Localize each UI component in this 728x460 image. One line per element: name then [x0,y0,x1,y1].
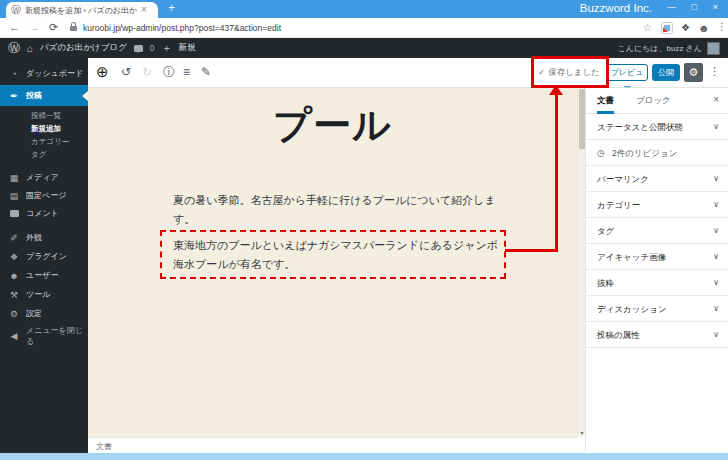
sidebar-subitem-add-new[interactable]: 新規追加 [0,122,88,135]
window-maximize-button[interactable]: □ [692,2,697,12]
chevron-down-icon: ∨ [713,218,719,244]
comments-bubble-icon[interactable] [134,45,143,52]
browser-window: Ⓦ 新規投稿を追加 ‹ バズのお出かけブ × + Buzzword Inc. —… [0,0,728,460]
preview-button[interactable]: プレビュー [606,64,648,81]
browser-titlebar: Ⓦ 新規投稿を追加 ‹ バズのお出かけブ × + Buzzword Inc. —… [0,0,728,18]
forward-icon[interactable]: → [29,21,40,33]
wordpress-favicon-icon: Ⓦ [11,5,21,15]
sidebar-item-users[interactable]: ☻ ユーザー [0,266,88,285]
sidebar-item-plugins[interactable]: ❖ プラグイン [0,247,88,266]
browser-menu-icon[interactable]: ⋮ [717,21,727,32]
more-options-icon[interactable]: ⋮ [709,65,720,78]
sidebar-item-settings[interactable]: ⚙ 設定 [0,304,88,323]
avatar[interactable] [707,42,720,55]
extension-icon[interactable]: ❖ [681,22,690,33]
user-greeting[interactable]: こんにちは、buzz さん [618,43,702,54]
settings-gear-button[interactable]: ⚙ [684,63,703,82]
sidebar-item-label: メディア [26,172,59,183]
sidebar-item-dashboard[interactable]: ◔ ダッシュボード [0,64,88,83]
pages-icon: ▤ [8,191,20,201]
clock-icon: ◷ [597,140,605,166]
block-inserter-icon[interactable]: ⊕ [96,64,109,79]
panel-section-label: ステータスと公開状態 [597,114,683,140]
panel-section-categories[interactable]: カテゴリー ∨ [586,192,728,218]
sidebar-item-label: コメント [26,208,59,219]
window-title: Buzzword Inc. [580,2,652,14]
comments-count[interactable]: 0 [150,43,155,53]
new-tab-button[interactable]: + [168,1,175,15]
panel-section-post-attributes[interactable]: 投稿の属性 ∨ [586,322,728,348]
panel-section-label: 投稿の属性 [597,322,640,348]
chevron-down-icon: ∨ [713,166,719,192]
annotation-box-saved [531,56,609,88]
panel-section-label: タグ [597,218,614,244]
close-settings-icon[interactable]: × [713,94,719,105]
panel-section-excerpt[interactable]: 抜粋 ∨ [586,270,728,296]
sidebar-item-tools[interactable]: ⚒ ツール [0,285,88,304]
chevron-down-icon: ∨ [713,192,719,218]
reload-icon[interactable]: ⟳ [49,21,58,34]
edit-mode-icon[interactable]: ✎ [201,66,211,78]
tab-block[interactable]: ブロック [636,88,671,114]
wp-admin-bar: Ⓦ ⌂ バズのお出かけブログ 0 ＋ 新規 こんにちは、buzz さん [0,38,728,58]
annotation-arrow-line-horizontal [505,249,558,252]
browser-profile-icon[interactable]: ☻ [698,22,710,34]
window-close-button[interactable]: × [713,2,718,12]
content-info-icon[interactable]: ⓘ [163,66,175,78]
panel-section-status[interactable]: ステータスと公開状態 ∨ [586,114,728,140]
browser-tab[interactable]: Ⓦ 新規投稿を追加 ‹ バズのお出かけブ × [6,2,158,18]
chevron-down-icon: ∨ [713,114,719,140]
address-bar[interactable]: kuroobi.jp/wp-admin/post.php?post=437&ac… [83,23,281,33]
panel-section-label: 抜粋 [597,270,614,296]
window-minimize-button[interactable]: — [667,2,676,12]
sidebar-subitem-all-posts[interactable]: 投稿一覧 [0,109,88,122]
undo-icon[interactable]: ↺ [121,66,131,78]
new-content-link[interactable]: 新規 [179,42,196,54]
block-navigation-icon[interactable]: ≡ [183,66,190,78]
sidebar-subitem-categories[interactable]: カテゴリー [0,135,88,148]
annotation-arrow-head [549,85,563,95]
redo-icon[interactable]: ↻ [142,66,152,78]
sidebar-item-collapse-menu[interactable]: ◀ メニューを閉じる [0,326,88,345]
sidebar-subitem-tags[interactable]: タグ [0,148,88,161]
site-name-link[interactable]: バズのお出かけブログ [40,42,127,54]
annotation-dashed-box [160,230,506,279]
tab-close-icon[interactable]: × [141,5,147,15]
sidebar-item-media[interactable]: ▦ メディア [0,168,88,187]
bookmark-star-icon[interactable]: ☆ [643,22,652,33]
paragraph-block[interactable]: 夏の暑い季節。名古屋から手軽に行けるプールについて紹介しま す。 [173,191,496,229]
publish-button[interactable]: 公開 [652,64,680,81]
sidebar-item-appearance[interactable]: ✐ 外観 [0,228,88,247]
panel-section-permalink[interactable]: パーマリンク ∨ [586,166,728,192]
media-icon: ▦ [8,173,20,183]
panel-section-revisions[interactable]: ◷ 2件のリビジョン [586,140,728,166]
settings-icon: ⚙ [8,309,20,319]
sidebar-item-posts[interactable]: ✒ 投稿 [0,85,88,106]
panel-section-featured-image[interactable]: アイキャッチ画像 ∨ [586,244,728,270]
post-title[interactable]: プール [88,100,577,151]
back-icon[interactable]: ← [9,21,20,33]
paragraph-line: 夏の暑い季節。名古屋から手軽に行けるプールについて紹介しま [173,191,496,210]
sidebar-item-label: プラグイン [26,251,67,262]
tab-document[interactable]: 文書 [597,88,614,114]
sidebar-item-label: ダッシュボード [26,68,83,79]
sidebar-item-label: 固定ページ [26,190,66,201]
wordpress-logo-icon[interactable]: Ⓦ [8,40,20,57]
sidebar-item-label: 設定 [26,308,42,319]
panel-section-tags[interactable]: タグ ∨ [586,218,728,244]
sidebar-item-label: ツール [26,289,50,300]
panel-section-discussion[interactable]: ディスカッション ∨ [586,296,728,322]
breadcrumb[interactable]: 文書 [96,441,112,452]
screenshot-extension-icon[interactable] [661,22,673,34]
home-icon[interactable]: ⌂ [27,43,33,54]
sidebar-item-pages[interactable]: ▤ 固定ページ [0,186,88,205]
plugins-icon: ❖ [8,252,20,262]
pin-icon: ✒ [8,91,20,101]
sidebar-item-label: ユーザー [26,270,58,281]
new-plus-icon[interactable]: ＋ [162,41,172,55]
sidebar-item-label: 外観 [26,232,42,243]
annotation-arrow-line-vertical [555,95,558,251]
canvas-scrollbar[interactable]: ▾ [577,88,585,437]
sidebar-item-comments[interactable]: コメント [0,204,88,223]
paragraph-line: す。 [173,210,496,229]
